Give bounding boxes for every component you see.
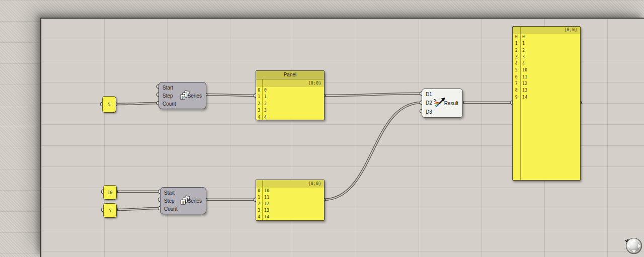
panel-data-path: {0;0} xyxy=(513,27,580,34)
panel-row: 2 2 xyxy=(256,101,324,107)
navigation-sphere-icon[interactable] xyxy=(622,234,644,256)
row-value: 1 xyxy=(262,94,267,100)
row-index: 2 xyxy=(513,47,520,54)
value-panel-text: 5 xyxy=(109,208,111,213)
series-component-a[interactable]: Start Step Count 1 0 Series xyxy=(158,82,206,109)
row-value: 13 xyxy=(262,207,270,214)
input-count-label: Count xyxy=(163,101,176,107)
value-panel-text: 5 xyxy=(108,102,110,107)
wire-panelTop-to-mergeD1[interactable] xyxy=(324,94,422,96)
panel-title: Panel xyxy=(256,71,324,79)
row-index: 3 xyxy=(256,207,262,214)
value-panel-start-bottom[interactable]: 10 xyxy=(103,185,117,200)
canvas-outside-area: 5 Start Step Count 1 0 Series Panel xyxy=(0,0,644,257)
row-value: 3 xyxy=(262,107,267,114)
panel-row: 4 4 xyxy=(513,60,580,67)
row-index: 3 xyxy=(513,54,520,60)
row-index: 4 xyxy=(513,60,520,67)
input-d3-label: D3 xyxy=(426,109,432,115)
panel-row: 7 12 xyxy=(513,80,580,87)
panel-bottom[interactable]: {0;0} 0 10 1 11 2 12 3 13 4 14 xyxy=(256,180,325,221)
panel-row: 8 13 xyxy=(513,87,580,94)
svg-text:1: 1 xyxy=(184,199,186,203)
series-output-label: Series xyxy=(188,93,202,99)
svg-text:0: 0 xyxy=(182,96,184,100)
row-value: 0 xyxy=(262,87,267,94)
svg-text:0: 0 xyxy=(182,201,184,205)
panel-row: 0 0 xyxy=(256,87,324,94)
input-count-label: Count xyxy=(164,206,178,212)
row-value: 14 xyxy=(262,214,270,220)
wire-slider5-to-seriesB-count[interactable] xyxy=(116,208,160,210)
panel-rows: 0 0 1 1 2 2 3 3 4 4 xyxy=(256,87,324,120)
panel-rows: 0 0 1 1 2 2 3 3 4 4 5 10 6 xyxy=(513,34,580,101)
panel-row: 6 11 xyxy=(513,74,580,80)
panel-row: 1 11 xyxy=(256,194,324,201)
input-d1-label: D1 xyxy=(426,92,432,97)
panel-index-divider xyxy=(262,79,263,120)
row-index: 3 xyxy=(256,107,262,114)
row-value: 12 xyxy=(520,80,528,87)
series-component-b[interactable]: Start Step Count 1 0 Series xyxy=(160,187,206,214)
row-index: 1 xyxy=(256,94,262,100)
panel-row: 5 10 xyxy=(513,67,580,73)
row-value: 0 xyxy=(520,34,525,40)
panel-data-path: {0;0} xyxy=(256,79,324,87)
panel-row: 2 2 xyxy=(513,47,580,54)
value-panel-count-bottom[interactable]: 5 xyxy=(103,203,117,218)
row-index: 8 xyxy=(513,87,520,94)
panel-data-path: {0;0} xyxy=(256,180,324,188)
panel-row: 1 1 xyxy=(256,94,324,100)
input-d2-label: D2 xyxy=(426,100,432,106)
row-value: 14 xyxy=(520,94,528,101)
row-value: 2 xyxy=(520,47,525,54)
panel-row: 3 3 xyxy=(256,107,324,114)
row-index: 7 xyxy=(513,80,520,87)
row-index: 1 xyxy=(513,40,520,47)
row-value: 10 xyxy=(262,188,270,194)
row-index: 2 xyxy=(256,201,262,207)
wire-seriesA-to-panelTop[interactable] xyxy=(205,95,256,96)
input-start-label: Start xyxy=(164,190,178,196)
panel-row: 0 10 xyxy=(256,188,324,194)
panel-row: 9 14 xyxy=(513,94,580,101)
panel-result[interactable]: {0;0} 0 0 1 1 2 2 3 3 4 4 xyxy=(512,26,581,181)
wire-slider-to-seriesA-count[interactable] xyxy=(115,103,158,104)
row-value: 2 xyxy=(262,101,267,107)
panel-index-divider xyxy=(262,181,263,220)
row-value: 1 xyxy=(520,40,525,47)
input-step-label: Step xyxy=(164,198,178,204)
svg-text:1: 1 xyxy=(184,94,186,98)
row-index: 4 xyxy=(256,114,262,120)
wire-panelBottom-to-mergeD2[interactable] xyxy=(324,103,422,200)
input-start-label: Start xyxy=(163,85,176,91)
merge-component[interactable]: D1 D2 D3 Result xyxy=(422,89,463,118)
row-index: 0 xyxy=(513,34,520,40)
merge-output-label: Result xyxy=(444,101,458,106)
panel-top[interactable]: Panel {0;0} 0 0 1 1 2 2 3 3 4 xyxy=(256,70,325,120)
panel-row: 2 12 xyxy=(256,201,324,207)
row-index: 6 xyxy=(513,74,520,80)
row-value: 11 xyxy=(520,74,528,80)
panel-row: 1 1 xyxy=(513,40,580,47)
panel-rows: 0 10 1 11 2 12 3 13 4 14 xyxy=(256,188,324,220)
input-step-label: Step xyxy=(163,93,176,99)
panel-row: 4 4 xyxy=(256,114,324,120)
row-index: 4 xyxy=(256,214,262,220)
row-value: 10 xyxy=(520,67,528,73)
row-index: 0 xyxy=(256,87,262,94)
row-index: 5 xyxy=(513,67,520,73)
panel-row: 3 3 xyxy=(513,54,580,60)
row-value: 3 xyxy=(520,54,525,60)
row-value: 13 xyxy=(520,87,528,94)
row-index: 2 xyxy=(256,101,262,107)
panel-row: 3 13 xyxy=(256,207,324,214)
row-index: 0 xyxy=(256,188,262,194)
series-output-label: Series xyxy=(188,198,202,204)
panel-row: 0 0 xyxy=(513,34,580,40)
row-index: 1 xyxy=(256,194,262,201)
row-value: 12 xyxy=(262,201,270,207)
grasshopper-canvas[interactable]: 5 Start Step Count 1 0 Series Panel xyxy=(40,18,644,257)
value-panel-start-top[interactable]: 5 xyxy=(102,96,116,113)
value-panel-text: 10 xyxy=(107,190,112,195)
